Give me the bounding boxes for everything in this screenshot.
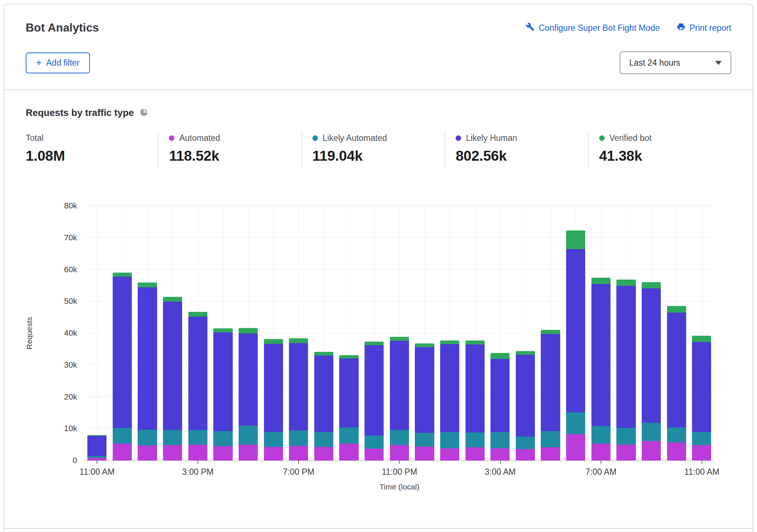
- bar-segment-automated[interactable]: [163, 445, 182, 460]
- bar-segment-automated[interactable]: [87, 458, 106, 460]
- stat-likely-human[interactable]: Likely Human802.56k: [445, 132, 588, 168]
- bar-segment-verified-bot[interactable]: [440, 340, 459, 344]
- stat-total[interactable]: Total1.08M: [26, 132, 158, 168]
- bar-segment-likely-human[interactable]: [138, 287, 157, 430]
- bar-segment-likely-human[interactable]: [440, 344, 459, 432]
- bar-segment-automated[interactable]: [314, 447, 333, 460]
- stacked-bar[interactable]: [314, 352, 333, 460]
- bar-segment-likely-human[interactable]: [289, 343, 308, 430]
- bar-segment-likely-automated[interactable]: [113, 428, 132, 444]
- bar-segment-verified-bot[interactable]: [339, 355, 358, 358]
- bar-segment-automated[interactable]: [566, 434, 585, 460]
- bar-segment-likely-automated[interactable]: [541, 431, 560, 447]
- bar-segment-verified-bot[interactable]: [466, 340, 485, 345]
- stacked-bar[interactable]: [566, 230, 585, 460]
- bar-segment-likely-human[interactable]: [365, 345, 384, 436]
- stacked-bar[interactable]: [113, 273, 132, 460]
- bar-segment-likely-human[interactable]: [390, 341, 409, 430]
- bar-segment-automated[interactable]: [591, 444, 611, 460]
- stacked-bar[interactable]: [289, 338, 308, 460]
- bar-segment-likely-human[interactable]: [314, 356, 333, 432]
- bar-segment-automated[interactable]: [440, 448, 459, 460]
- bar-segment-verified-bot[interactable]: [490, 353, 510, 359]
- bar-segment-likely-automated[interactable]: [339, 427, 358, 444]
- bar-segment-likely-automated[interactable]: [163, 430, 182, 445]
- add-filter-button[interactable]: + Add filter: [26, 52, 90, 73]
- stacked-bar[interactable]: [541, 330, 560, 460]
- bar-segment-likely-human[interactable]: [692, 342, 711, 432]
- bar-segment-likely-human[interactable]: [87, 436, 106, 456]
- bar-segment-likely-automated[interactable]: [616, 428, 635, 444]
- bar-segment-automated[interactable]: [113, 444, 132, 460]
- bar-segment-verified-bot[interactable]: [692, 336, 711, 342]
- bar-segment-likely-human[interactable]: [239, 334, 258, 426]
- bar-segment-verified-bot[interactable]: [138, 283, 157, 287]
- bar-segment-verified-bot[interactable]: [566, 230, 585, 249]
- bar-segment-likely-human[interactable]: [616, 286, 635, 428]
- bar-segment-automated[interactable]: [289, 446, 308, 460]
- bar-segment-likely-human[interactable]: [466, 345, 485, 433]
- bar-segment-likely-automated[interactable]: [138, 430, 157, 446]
- bar-segment-likely-automated[interactable]: [188, 430, 207, 445]
- bar-segment-likely-automated[interactable]: [466, 433, 485, 447]
- bar-segment-automated[interactable]: [642, 441, 661, 460]
- stat-likely-automated[interactable]: Likely Automated119.04k: [301, 132, 445, 168]
- bar-segment-likely-automated[interactable]: [490, 432, 510, 448]
- bar-segment-likely-human[interactable]: [113, 277, 132, 428]
- bar-segment-verified-bot[interactable]: [264, 339, 283, 344]
- bar-segment-likely-automated[interactable]: [440, 432, 459, 448]
- stacked-bar[interactable]: [239, 328, 258, 460]
- bar-segment-likely-automated[interactable]: [667, 427, 686, 443]
- bar-segment-automated[interactable]: [138, 445, 157, 460]
- bar-segment-verified-bot[interactable]: [642, 282, 661, 288]
- bar-segment-verified-bot[interactable]: [390, 337, 409, 340]
- bar-segment-likely-automated[interactable]: [390, 430, 409, 445]
- stacked-bar[interactable]: [466, 340, 485, 460]
- bar-segment-likely-human[interactable]: [566, 249, 585, 412]
- bar-segment-likely-automated[interactable]: [415, 433, 434, 447]
- bar-segment-automated[interactable]: [516, 449, 535, 460]
- bar-segment-verified-bot[interactable]: [541, 330, 560, 334]
- bar-segment-verified-bot[interactable]: [516, 351, 535, 355]
- bar-segment-likely-human[interactable]: [642, 288, 661, 423]
- bar-segment-likely-human[interactable]: [667, 313, 686, 427]
- bar-segment-automated[interactable]: [667, 442, 686, 460]
- bar-segment-likely-automated[interactable]: [642, 423, 661, 441]
- stacked-bar[interactable]: [692, 336, 711, 460]
- bar-segment-automated[interactable]: [390, 445, 409, 460]
- bar-segment-automated[interactable]: [415, 447, 434, 460]
- stacked-bar[interactable]: [642, 282, 661, 460]
- stat-verified-bot[interactable]: Verified bot41.38k: [588, 132, 731, 168]
- bar-segment-verified-bot[interactable]: [163, 297, 182, 302]
- bar-segment-verified-bot[interactable]: [113, 273, 132, 276]
- bar-segment-likely-automated[interactable]: [213, 431, 232, 446]
- bar-segment-likely-human[interactable]: [188, 317, 207, 430]
- bar-segment-verified-bot[interactable]: [239, 328, 258, 334]
- stat-automated[interactable]: Automated118.52k: [158, 132, 301, 168]
- bar-segment-automated[interactable]: [339, 444, 358, 460]
- bar-segment-verified-bot[interactable]: [365, 342, 384, 345]
- bar-segment-verified-bot[interactable]: [289, 338, 308, 343]
- bar-segment-likely-human[interactable]: [339, 358, 358, 428]
- time-range-select[interactable]: Last 24 hours: [620, 51, 731, 74]
- print-report-link[interactable]: Print report: [677, 22, 731, 33]
- bar-segment-verified-bot[interactable]: [188, 312, 207, 316]
- bar-segment-verified-bot[interactable]: [616, 280, 635, 286]
- stacked-bar[interactable]: [188, 312, 207, 460]
- stacked-bar[interactable]: [490, 353, 510, 460]
- bar-segment-verified-bot[interactable]: [415, 343, 434, 347]
- bar-segment-likely-automated[interactable]: [591, 426, 611, 444]
- bar-segment-likely-automated[interactable]: [239, 426, 258, 445]
- bar-segment-likely-human[interactable]: [163, 302, 182, 430]
- bar-segment-likely-human[interactable]: [415, 347, 434, 433]
- bar-segment-likely-automated[interactable]: [692, 432, 711, 445]
- bar-segment-automated[interactable]: [188, 445, 207, 460]
- stacked-bar[interactable]: [415, 343, 434, 460]
- bar-segment-likely-automated[interactable]: [264, 432, 283, 447]
- bar-segment-automated[interactable]: [264, 447, 283, 460]
- stacked-bar[interactable]: [87, 435, 106, 460]
- stacked-bar[interactable]: [138, 283, 157, 460]
- bar-segment-likely-human[interactable]: [264, 344, 283, 431]
- bar-segment-likely-human[interactable]: [490, 359, 510, 432]
- bar-segment-automated[interactable]: [239, 445, 258, 460]
